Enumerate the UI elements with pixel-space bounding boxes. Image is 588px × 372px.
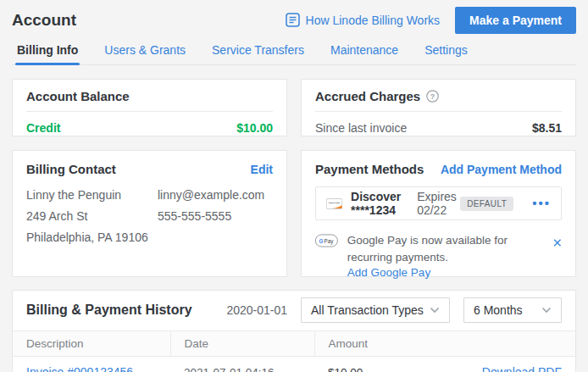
contact-address-line1: 249 Arch St: [26, 209, 158, 223]
account-page: Account How Linode Billing Works Make a …: [0, 0, 588, 372]
tab-billing-info[interactable]: Billing Info: [15, 37, 80, 64]
history-filters: 2020-01-01 All Transaction Types 6 Month…: [226, 297, 562, 323]
contact-address-column: Linny the Penguin 249 Arch St Philadelph…: [26, 188, 158, 244]
accrued-charges-label: Since last invoice: [315, 121, 407, 135]
payment-method-expiry: Expires 02/22: [417, 190, 460, 217]
detail-cards: Billing Contact Edit Linny the Penguin 2…: [12, 150, 576, 277]
header-actions: How Linode Billing Works Make a Payment: [286, 7, 576, 34]
payment-methods-title: Payment Methods: [315, 162, 424, 176]
invoice-amount: $10.00: [314, 357, 410, 372]
column-header-date: Date: [170, 331, 314, 357]
close-icon[interactable]: [553, 237, 562, 248]
time-range-select[interactable]: 6 Months: [463, 297, 562, 323]
help-icon[interactable]: ?: [426, 90, 439, 103]
date-filter[interactable]: 2020-01-01: [226, 303, 287, 317]
page-title: Account: [12, 11, 76, 30]
invoice-date: 2021-07-01 04:16: [170, 357, 314, 372]
svg-text:Pay: Pay: [324, 238, 334, 245]
how-billing-works-label: How Linode Billing Works: [306, 14, 440, 27]
google-pay-notice: G Pay Google Pay is now available for re…: [315, 232, 562, 279]
make-payment-button[interactable]: Make a Payment: [455, 7, 576, 34]
payment-method-row: DISCOVER Discover ****1234 Expires 02/22…: [315, 186, 562, 220]
tab-settings[interactable]: Settings: [423, 37, 469, 64]
edit-contact-button[interactable]: Edit: [251, 163, 273, 176]
accrued-charges-title: Accrued Charges: [315, 89, 420, 103]
chevron-down-icon: [430, 307, 440, 314]
document-icon: [286, 13, 300, 27]
transaction-type-value: All Transaction Types: [311, 303, 424, 317]
summary-cards: Account Balance Credit $10.00 Accrued Ch…: [12, 79, 576, 136]
invoice-link[interactable]: Invoice #000123456: [26, 365, 133, 372]
balance-label: Credit: [26, 121, 60, 135]
history-table: Description Date Amount Invoice #0001234…: [13, 330, 575, 372]
account-tabs: Billing Info Users & Grants Service Tran…: [12, 37, 576, 65]
account-balance-title: Account Balance: [26, 89, 130, 103]
column-header-description: Description: [13, 331, 170, 357]
column-header-amount: Amount: [314, 331, 575, 357]
payment-methods-card: Payment Methods Add Payment Method DISCO…: [301, 150, 576, 277]
billing-contact-title: Billing Contact: [26, 162, 116, 176]
payment-method-label: Discover ****1234: [351, 190, 409, 217]
contact-phone: 555-555-5555: [158, 209, 264, 223]
contact-address-line2: Philadelphia, PA 19106: [26, 230, 158, 244]
svg-text:?: ?: [430, 92, 435, 101]
svg-text:DISCOVER: DISCOVER: [329, 202, 340, 204]
time-range-value: 6 Months: [474, 303, 523, 317]
accrued-charges-card: Accrued Charges ? Since last invoice $8.…: [301, 79, 576, 136]
contact-email: linny@example.com: [158, 188, 264, 202]
tab-service-transfers[interactable]: Service Transfers: [210, 37, 306, 64]
account-balance-card: Account Balance Credit $10.00: [12, 79, 287, 136]
google-pay-icon: G Pay: [315, 232, 338, 249]
svg-text:G: G: [319, 238, 323, 244]
add-google-pay-link[interactable]: Add Google Pay: [347, 266, 430, 279]
tab-users-grants[interactable]: Users & Grants: [103, 37, 187, 64]
payment-method-menu-button[interactable]: •••: [532, 199, 551, 208]
default-badge: DEFAULT: [460, 197, 513, 211]
billing-history-section: Billing & Payment History 2020-01-01 All…: [12, 290, 576, 372]
transaction-type-select[interactable]: All Transaction Types: [301, 297, 450, 323]
billing-contact-card: Billing Contact Edit Linny the Penguin 2…: [12, 150, 287, 277]
tab-maintenance[interactable]: Maintenance: [329, 37, 400, 64]
accrued-charges-amount: $8.51: [532, 121, 562, 135]
how-billing-works-link[interactable]: How Linode Billing Works: [286, 13, 440, 27]
add-payment-method-button[interactable]: Add Payment Method: [441, 163, 562, 176]
discover-card-icon: DISCOVER: [326, 195, 342, 213]
google-pay-message: Google Pay is now available for recurrin…: [347, 232, 545, 265]
balance-amount: $10.00: [236, 121, 273, 135]
billing-history-title: Billing & Payment History: [26, 303, 192, 318]
contact-name: Linny the Penguin: [26, 188, 158, 202]
chevron-down-icon: [541, 307, 552, 314]
table-row: Invoice #000123456 2021-07-01 04:16 $10.…: [13, 357, 575, 372]
download-pdf-link[interactable]: Download PDF: [482, 365, 562, 372]
page-header: Account How Linode Billing Works Make a …: [12, 0, 576, 34]
contact-info-column: linny@example.com 555-555-5555: [158, 188, 264, 244]
